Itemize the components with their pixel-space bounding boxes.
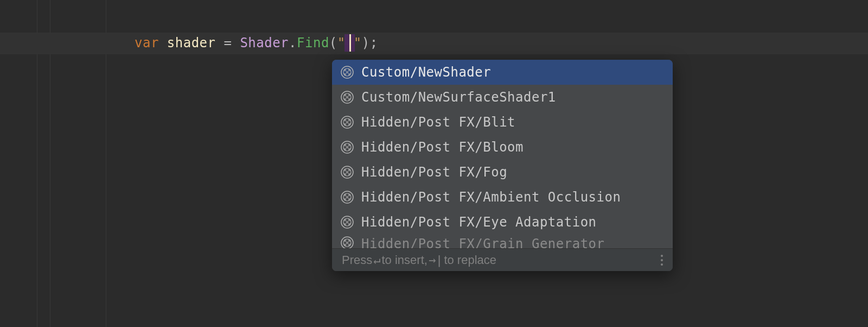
completion-item-label: Hidden/Post FX/Grain Generator bbox=[361, 236, 604, 248]
svg-rect-16 bbox=[344, 119, 346, 121]
identifier: shader bbox=[167, 35, 216, 51]
completion-popup[interactable]: Custom/NewShaderCustom/NewSurfaceShader1… bbox=[332, 60, 673, 271]
svg-rect-34 bbox=[348, 173, 350, 175]
svg-rect-3 bbox=[348, 69, 350, 71]
shader-icon bbox=[341, 236, 354, 248]
svg-rect-2 bbox=[344, 69, 346, 71]
shader-icon bbox=[341, 166, 354, 179]
svg-rect-11 bbox=[346, 96, 348, 98]
svg-rect-4 bbox=[346, 71, 348, 73]
text-caret bbox=[346, 35, 354, 51]
svg-rect-38 bbox=[348, 194, 350, 196]
completion-item-label: Custom/NewShader bbox=[361, 65, 491, 80]
footer-hint: Press ↵ to insert, →| to replace bbox=[342, 253, 496, 267]
svg-rect-51 bbox=[344, 240, 346, 242]
svg-rect-46 bbox=[346, 221, 348, 223]
svg-rect-41 bbox=[348, 198, 350, 200]
more-menu-icon[interactable] bbox=[661, 255, 663, 266]
code-line[interactable]: var shader = Shader.Find(""); bbox=[135, 35, 378, 51]
svg-rect-26 bbox=[344, 148, 346, 150]
completion-item-label: Hidden/Post FX/Fog bbox=[361, 165, 507, 180]
svg-rect-27 bbox=[348, 148, 350, 150]
svg-rect-13 bbox=[348, 98, 350, 100]
type-name: Shader bbox=[240, 35, 289, 51]
code-editor[interactable]: var shader = Shader.Find(""); Custom/New… bbox=[0, 0, 868, 327]
svg-rect-39 bbox=[346, 196, 348, 198]
svg-rect-19 bbox=[344, 123, 346, 125]
shader-icon bbox=[341, 191, 354, 204]
method-name: Find bbox=[297, 35, 329, 51]
shader-icon bbox=[341, 91, 354, 104]
svg-rect-5 bbox=[344, 73, 346, 76]
svg-rect-12 bbox=[344, 98, 346, 100]
completion-list[interactable]: Custom/NewShaderCustom/NewSurfaceShader1… bbox=[332, 60, 673, 248]
svg-rect-53 bbox=[346, 242, 348, 244]
completion-item[interactable]: Hidden/Post FX/Ambient Occlusion bbox=[332, 185, 673, 210]
svg-rect-30 bbox=[344, 169, 346, 171]
shader-icon bbox=[341, 216, 354, 229]
completion-item-label: Hidden/Post FX/Eye Adaptation bbox=[361, 215, 597, 230]
svg-rect-31 bbox=[348, 169, 350, 171]
shader-icon bbox=[341, 116, 354, 129]
svg-rect-44 bbox=[344, 219, 346, 221]
svg-rect-52 bbox=[348, 240, 350, 242]
completion-item-label: Custom/NewSurfaceShader1 bbox=[361, 90, 556, 105]
completion-item[interactable]: Hidden/Post FX/Eye Adaptation bbox=[332, 210, 673, 235]
footer-replace: to replace bbox=[444, 253, 496, 267]
svg-rect-24 bbox=[348, 144, 350, 146]
svg-rect-6 bbox=[348, 73, 350, 76]
current-line-highlight bbox=[0, 33, 868, 54]
string-quote-close: " bbox=[354, 35, 362, 51]
completion-item-label: Hidden/Post FX/Blit bbox=[361, 115, 515, 130]
svg-rect-48 bbox=[348, 223, 350, 225]
operator-dot: . bbox=[289, 35, 297, 51]
svg-rect-10 bbox=[348, 94, 350, 96]
operator-equals: = bbox=[224, 35, 232, 51]
semicolon: ; bbox=[370, 35, 378, 51]
shader-icon bbox=[341, 141, 354, 154]
close-paren: ) bbox=[362, 35, 370, 51]
svg-rect-32 bbox=[346, 171, 348, 173]
tab-key-icon: →| bbox=[429, 253, 443, 267]
svg-rect-45 bbox=[348, 219, 350, 221]
shader-icon bbox=[341, 66, 354, 79]
svg-rect-23 bbox=[344, 144, 346, 146]
completion-item[interactable]: Custom/NewShader bbox=[332, 60, 673, 85]
completion-item[interactable]: Custom/NewSurfaceShader1 bbox=[332, 85, 673, 110]
svg-rect-33 bbox=[344, 173, 346, 175]
svg-rect-18 bbox=[346, 121, 348, 123]
svg-rect-37 bbox=[344, 194, 346, 196]
svg-rect-9 bbox=[344, 94, 346, 96]
svg-rect-54 bbox=[344, 244, 346, 246]
svg-rect-47 bbox=[344, 223, 346, 225]
svg-rect-40 bbox=[344, 198, 346, 200]
enter-key-icon: ↵ bbox=[373, 253, 380, 267]
completion-item[interactable]: Hidden/Post FX/Grain Generator bbox=[332, 235, 673, 248]
svg-rect-25 bbox=[346, 146, 348, 148]
completion-footer: Press ↵ to insert, →| to replace bbox=[332, 248, 673, 271]
svg-rect-20 bbox=[348, 123, 350, 125]
svg-rect-55 bbox=[348, 244, 350, 246]
completion-item[interactable]: Hidden/Post FX/Bloom bbox=[332, 135, 673, 160]
open-paren: ( bbox=[329, 35, 337, 51]
footer-insert: to insert, bbox=[382, 253, 427, 267]
svg-rect-17 bbox=[348, 119, 350, 121]
completion-item-label: Hidden/Post FX/Bloom bbox=[361, 140, 524, 155]
keyword-var: var bbox=[135, 35, 159, 51]
completion-item[interactable]: Hidden/Post FX/Fog bbox=[332, 160, 673, 185]
completion-item-label: Hidden/Post FX/Ambient Occlusion bbox=[361, 190, 621, 205]
footer-press: Press bbox=[342, 253, 372, 267]
completion-item[interactable]: Hidden/Post FX/Blit bbox=[332, 110, 673, 135]
